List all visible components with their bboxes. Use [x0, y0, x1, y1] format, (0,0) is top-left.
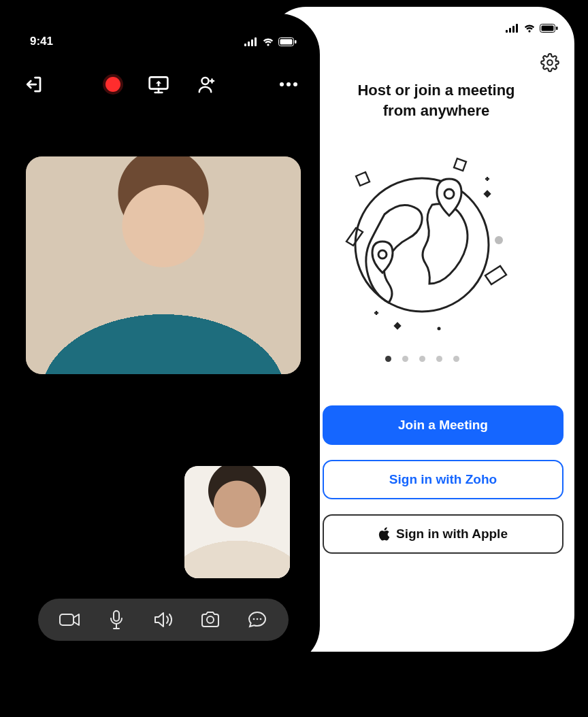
svg-rect-19 [280, 39, 293, 44]
svg-rect-17 [255, 37, 257, 46]
toggle-mic-button[interactable] [103, 606, 130, 633]
svg-point-22 [202, 78, 209, 84]
svg-rect-26 [60, 614, 74, 625]
sign-in-apple-label: Sign in with Apple [396, 527, 508, 541]
sign-in-apple-button[interactable]: Sign in with Apple [323, 514, 564, 554]
svg-rect-15 [248, 41, 250, 46]
svg-rect-6 [556, 27, 558, 30]
cell-signal-icon [506, 24, 519, 33]
svg-rect-0 [506, 30, 508, 33]
svg-point-9 [495, 236, 503, 244]
svg-point-24 [287, 82, 291, 86]
wifi-icon [262, 37, 274, 46]
apple-icon [378, 527, 391, 541]
share-screen-button[interactable] [148, 74, 169, 95]
pager-dot-4[interactable] [436, 356, 442, 362]
participant-avatar-self [184, 466, 290, 578]
settings-button[interactable] [540, 53, 559, 72]
chat-icon [247, 610, 267, 629]
chat-button[interactable] [244, 606, 271, 633]
toggle-camera-button[interactable] [56, 606, 83, 633]
svg-rect-5 [542, 25, 554, 31]
participant-avatar-main [26, 156, 301, 374]
add-participant-button[interactable] [197, 74, 217, 95]
call-toolbar [14, 54, 313, 102]
svg-rect-14 [244, 44, 246, 46]
record-icon [105, 77, 120, 92]
status-time: 9:41 [30, 35, 53, 48]
record-button[interactable] [105, 77, 120, 92]
svg-point-7 [547, 60, 552, 65]
exit-icon [23, 74, 44, 95]
svg-rect-2 [512, 26, 514, 33]
toggle-speaker-button[interactable] [150, 606, 177, 633]
svg-point-23 [280, 82, 284, 86]
cell-signal-icon [244, 37, 258, 46]
headline-line1: Host or join a meeting [331, 80, 542, 101]
exit-button[interactable] [23, 74, 44, 95]
wifi-icon [523, 24, 536, 33]
pager-dot-5[interactable] [453, 356, 459, 362]
status-indicators [244, 37, 297, 46]
svg-rect-20 [295, 40, 297, 44]
svg-rect-27 [114, 611, 119, 621]
battery-icon [278, 37, 297, 46]
join-meeting-button[interactable]: Join a Meeting [323, 405, 564, 445]
svg-rect-16 [251, 39, 253, 46]
phone-frame-call: 9:41 [7, 14, 320, 667]
svg-point-25 [293, 82, 297, 86]
switch-camera-button[interactable] [197, 606, 224, 633]
speaker-icon [153, 611, 174, 629]
switch-camera-icon [200, 611, 220, 629]
svg-rect-3 [516, 24, 518, 33]
share-screen-icon [148, 74, 169, 95]
svg-rect-1 [509, 28, 511, 33]
join-meeting-label: Join a Meeting [398, 418, 488, 433]
main-participant-video[interactable] [26, 156, 301, 374]
onboarding-illustration-globe [316, 139, 527, 344]
camera-icon [59, 612, 80, 627]
sign-in-zoho-button[interactable]: Sign in with Zoho [323, 460, 564, 499]
pager-dot-1[interactable] [385, 356, 391, 362]
mic-icon [109, 610, 124, 630]
add-participant-icon [197, 74, 217, 95]
call-control-bar [38, 599, 289, 641]
svg-point-29 [252, 618, 255, 620]
self-view-pip[interactable] [184, 466, 290, 578]
svg-point-30 [256, 618, 258, 620]
more-icon [279, 82, 298, 87]
sign-in-zoho-label: Sign in with Zoho [389, 472, 497, 487]
more-button[interactable] [279, 82, 298, 87]
pager-dot-3[interactable] [419, 356, 425, 362]
battery-icon [540, 24, 558, 33]
svg-rect-8 [454, 159, 466, 171]
headline-line2: from anywhere [331, 101, 542, 121]
svg-point-31 [259, 618, 261, 620]
status-indicators [506, 24, 558, 33]
svg-point-10 [438, 327, 441, 331]
svg-point-28 [207, 616, 214, 623]
status-bar: 9:41 [14, 20, 313, 54]
gear-icon [540, 53, 559, 72]
pager-dot-2[interactable] [402, 356, 408, 362]
